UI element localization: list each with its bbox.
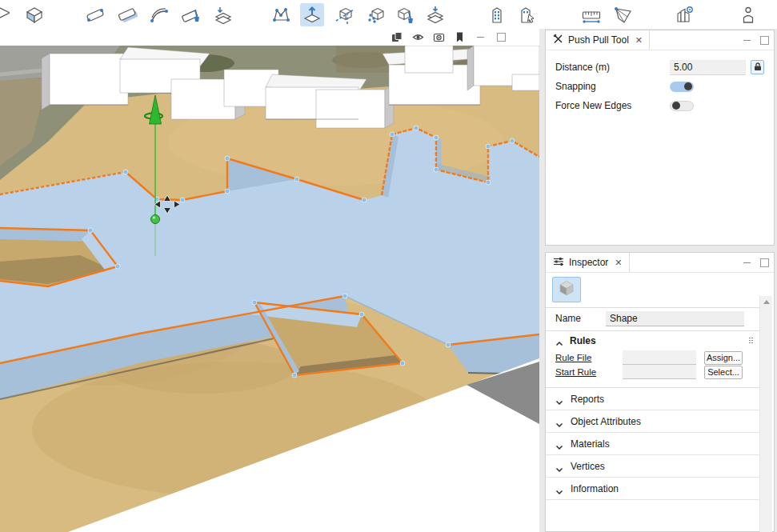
split-shape-icon xyxy=(334,5,355,26)
graph-segment-tool-button[interactable] xyxy=(83,3,107,26)
tab-close-icon[interactable]: ✕ xyxy=(615,258,622,268)
start-rule-input[interactable] xyxy=(623,365,696,379)
snapping-label: Snapping xyxy=(555,81,670,92)
start-rule-link[interactable]: Start Rule xyxy=(555,367,615,377)
rules-title: Rules xyxy=(570,335,743,346)
texture-shape-tool-button[interactable] xyxy=(364,3,388,26)
section-reports[interactable]: Reports xyxy=(546,388,762,410)
rule-file-link[interactable]: Rule File xyxy=(555,353,615,362)
simplify-graph-icon xyxy=(213,5,234,26)
inspector-scrollbar[interactable] xyxy=(759,296,772,532)
curve-icon xyxy=(149,5,170,26)
force-new-edges-label: Force New Edges xyxy=(555,100,670,111)
person-icon xyxy=(738,5,759,26)
push-pull-icon xyxy=(302,5,322,26)
name-row: Name xyxy=(546,308,762,329)
panel-minimize-icon[interactable] xyxy=(743,40,751,41)
rules-section-header[interactable]: Rules xyxy=(546,331,762,350)
sliders-icon xyxy=(553,256,564,269)
scene-3d-canvas[interactable] xyxy=(0,46,539,532)
distance-row: Distance (m) xyxy=(546,58,774,77)
chevron-up-icon xyxy=(555,337,563,345)
push-pull-tabbar: Push Pull Tool ✕ xyxy=(546,30,774,50)
section-object-attributes[interactable]: Object Attributes xyxy=(546,410,762,433)
select-button[interactable]: Select... xyxy=(704,366,743,379)
layers-icon[interactable] xyxy=(391,31,403,43)
chevron-down-icon xyxy=(555,462,563,470)
viewport-3d[interactable] xyxy=(0,29,539,532)
view-frustum-icon xyxy=(613,5,634,26)
edge-shape-icon xyxy=(0,5,10,26)
cleanup-graph-icon xyxy=(181,5,202,26)
viewport-maximize-icon[interactable] xyxy=(495,31,507,43)
city-wizard-tool-button[interactable] xyxy=(672,3,696,26)
name-label: Name xyxy=(555,313,606,324)
cleanup-shapes-icon xyxy=(395,5,415,26)
graph-segment-icon xyxy=(85,5,106,26)
right-panel-column: Push Pull Tool ✕ Distance (m) xyxy=(539,29,777,532)
gizmo-ball[interactable] xyxy=(151,215,160,224)
polygon-vertex-tool-button[interactable] xyxy=(269,3,293,26)
city-wizard-icon xyxy=(674,5,695,26)
curve-tool-button[interactable] xyxy=(147,3,171,26)
start-rule-row: Start Rule Select... xyxy=(546,365,762,379)
section-menu-icon[interactable] xyxy=(749,338,754,345)
section-materials[interactable]: Materials xyxy=(546,433,762,455)
rule-file-input[interactable] xyxy=(623,350,696,365)
snapping-toggle[interactable] xyxy=(670,82,694,92)
panel-maximize-icon[interactable] xyxy=(760,258,769,267)
panel-minimize-icon[interactable] xyxy=(743,262,751,263)
section-vertices[interactable]: Vertices xyxy=(546,455,762,478)
inspector-panel: Inspector ✕ Name xyxy=(545,252,775,532)
generate-model-tool-button[interactable] xyxy=(485,3,509,26)
shape-type-button[interactable] xyxy=(552,277,581,302)
align-terrain-tool-button[interactable] xyxy=(423,3,447,26)
cleanup-shapes-tool-button[interactable] xyxy=(393,3,417,26)
distance-input[interactable] xyxy=(670,60,746,75)
assign-button[interactable]: Assign... xyxy=(704,351,743,365)
select-model-tool-button[interactable] xyxy=(515,3,539,26)
section-information[interactable]: Information xyxy=(546,478,762,500)
person-view-tool-button[interactable] xyxy=(736,3,760,26)
chevron-down-icon xyxy=(555,418,563,426)
chevron-down-icon xyxy=(555,395,563,403)
cube-icon xyxy=(557,279,576,300)
select-model-icon xyxy=(517,5,538,26)
polygon-vertex-icon xyxy=(270,5,291,26)
force-new-edges-toggle[interactable] xyxy=(670,101,694,111)
snapping-row: Snapping xyxy=(546,77,774,96)
panel-maximize-icon[interactable] xyxy=(760,36,769,45)
align-terrain-icon xyxy=(425,5,446,26)
main-toolbar xyxy=(0,0,777,30)
split-shape-tool-button[interactable] xyxy=(333,3,357,26)
push-pull-tool-button[interactable] xyxy=(300,3,324,26)
tab-inspector[interactable]: Inspector ✕ xyxy=(546,253,630,272)
tab-close-icon[interactable]: ✕ xyxy=(635,35,643,46)
shape-volume-tool-button[interactable] xyxy=(22,3,46,26)
bookmark-icon[interactable] xyxy=(454,31,466,43)
cleanup-graph-tool-button[interactable] xyxy=(179,3,203,26)
chevron-down-icon xyxy=(555,440,563,448)
tab-push-pull-tool[interactable]: Push Pull Tool ✕ xyxy=(546,30,650,50)
lock-icon xyxy=(754,62,762,74)
distance-lock-button[interactable] xyxy=(751,60,764,74)
tab-label: Inspector xyxy=(569,257,608,268)
measure-icon xyxy=(581,5,602,26)
view-frustum-tool-button[interactable] xyxy=(611,3,635,26)
distance-label: Distance (m) xyxy=(555,62,670,73)
shape-volume-icon xyxy=(24,5,45,26)
edge-shape-tool-button[interactable] xyxy=(0,3,11,26)
scroll-up-icon[interactable] xyxy=(763,300,770,304)
simplify-graph-tool-button[interactable] xyxy=(211,3,235,26)
texture-shape-icon xyxy=(366,5,386,26)
rule-file-row: Rule File Assign... xyxy=(546,350,762,365)
measure-tool-button[interactable] xyxy=(579,3,603,26)
generate-model-icon xyxy=(487,5,507,26)
name-input[interactable] xyxy=(606,311,744,326)
cityengine-window: Push Pull Tool ✕ Distance (m) xyxy=(0,0,777,532)
viewport-minimize-icon[interactable] xyxy=(475,31,487,43)
graph-surface-tool-button[interactable] xyxy=(115,3,139,26)
visibility-icon[interactable] xyxy=(412,31,424,43)
camera-icon[interactable] xyxy=(433,31,445,43)
tab-label: Push Pull Tool xyxy=(568,34,629,46)
